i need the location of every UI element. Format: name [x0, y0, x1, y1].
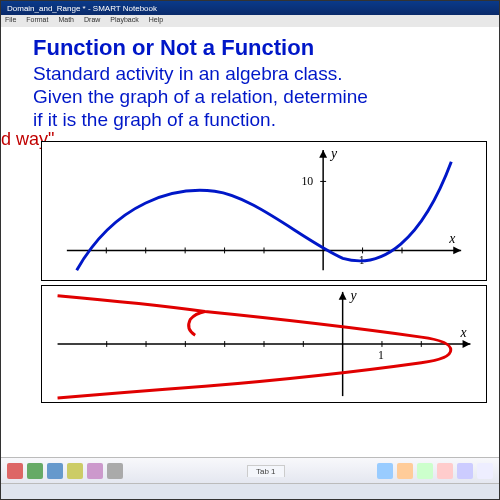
tool-icon-1[interactable]: [7, 463, 23, 479]
menu-file[interactable]: File: [5, 16, 16, 26]
bottom-toolbar[interactable]: Tab 1: [1, 457, 499, 483]
graph-1: 10 1 x y: [41, 141, 487, 281]
tool-icon-r3[interactable]: [417, 463, 433, 479]
body-line-2: Given the graph of a relation, determine: [33, 86, 368, 107]
xlabel-2: x: [460, 326, 467, 341]
svg-marker-3: [319, 150, 327, 158]
menu-math[interactable]: Math: [58, 16, 74, 26]
tab-1[interactable]: Tab 1: [247, 465, 285, 477]
tool-icon-r6[interactable]: [477, 463, 493, 479]
menu-draw[interactable]: Draw: [84, 16, 100, 26]
tool-icon-r4[interactable]: [437, 463, 453, 479]
svg-marker-15: [339, 292, 347, 300]
menu-format[interactable]: Format: [26, 16, 48, 26]
tool-icon-4[interactable]: [67, 463, 83, 479]
tool-icon-2[interactable]: [27, 463, 43, 479]
tool-icon-5[interactable]: [87, 463, 103, 479]
body-line-3: if it is the graph of a function.: [33, 109, 276, 130]
tool-icon-r2[interactable]: [397, 463, 413, 479]
slide-content: Function or Not a Function Standard acti…: [1, 27, 499, 411]
menu-bar[interactable]: File Format Math Draw Playback Help: [1, 15, 499, 27]
xtick-2: 1: [378, 348, 384, 362]
tool-icon-3[interactable]: [47, 463, 63, 479]
status-bar: [1, 483, 499, 499]
tool-icon-r5[interactable]: [457, 463, 473, 479]
app-window: Domain_and_Range * - SMART Notebook File…: [0, 0, 500, 500]
ylabel-1: y: [329, 146, 338, 161]
tool-icon-6[interactable]: [107, 463, 123, 479]
svg-marker-13: [463, 340, 471, 348]
tool-icon-r1[interactable]: [377, 463, 393, 479]
window-title: Domain_and_Range * - SMART Notebook: [7, 4, 157, 13]
title-bar: Domain_and_Range * - SMART Notebook: [1, 1, 499, 15]
xlabel-1: x: [448, 231, 456, 246]
slide-body: Standard activity in an algebra class. G…: [33, 63, 495, 131]
ylabel-2: y: [349, 288, 358, 303]
menu-playback[interactable]: Playback: [110, 16, 138, 26]
body-line-1: Standard activity in an algebra class.: [33, 63, 342, 84]
menu-help[interactable]: Help: [149, 16, 163, 26]
ytick-10: 10: [301, 175, 313, 189]
graph-2: 1 x y: [41, 285, 487, 403]
svg-marker-1: [453, 247, 461, 255]
slide-heading: Function or Not a Function: [33, 35, 495, 61]
